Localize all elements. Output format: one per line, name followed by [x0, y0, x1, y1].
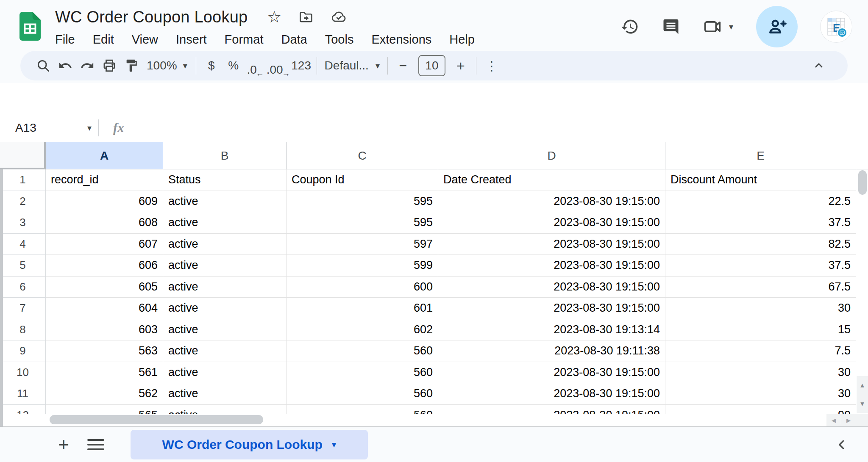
font-size-input[interactable]: 10: [418, 55, 445, 76]
cell-date-created[interactable]: 2023-08-30 19:15:00: [438, 255, 665, 277]
cell-record-id[interactable]: 607: [46, 234, 163, 255]
cell-date-created[interactable]: 2023-08-30 19:15:00: [438, 383, 665, 405]
cell-field-coupon-id[interactable]: Coupon Id: [287, 169, 438, 191]
zoom-select[interactable]: 100% ▾: [142, 55, 192, 77]
font-family-select[interactable]: Defaul... ▾: [321, 55, 383, 77]
row-number[interactable]: 3: [0, 212, 46, 234]
cell-record-id[interactable]: 604: [46, 298, 163, 319]
row-number[interactable]: 6: [0, 277, 46, 298]
cell-status[interactable]: active: [163, 255, 287, 277]
cell-discount[interactable]: 82.5: [665, 234, 856, 255]
print-icon[interactable]: [98, 55, 120, 77]
cell-record-id[interactable]: 606: [46, 255, 163, 277]
menu-help[interactable]: Help: [449, 33, 475, 47]
cell-status[interactable]: active: [163, 319, 287, 341]
row-number[interactable]: 5: [0, 255, 46, 277]
hide-menus-button[interactable]: [808, 55, 830, 77]
increase-decimal-button[interactable]: .00 →: [267, 55, 290, 77]
cell-date-created[interactable]: 2023-08-30 19:13:14: [438, 319, 665, 341]
decrease-font-size-button[interactable]: −: [392, 55, 414, 77]
scroll-up-icon[interactable]: ▴: [860, 381, 864, 390]
row-number[interactable]: 1: [0, 169, 46, 191]
cell-date-created[interactable]: 2023-08-30 19:15:00: [438, 362, 665, 384]
cell-discount[interactable]: 15: [665, 319, 856, 341]
cell-date-created[interactable]: 2023-08-30 19:15:00: [438, 212, 665, 234]
cell-status[interactable]: active: [163, 298, 287, 319]
star-icon[interactable]: ☆: [267, 9, 281, 25]
cell-coupon-id[interactable]: 602: [287, 319, 438, 341]
cell-coupon-id[interactable]: 560: [287, 362, 438, 384]
format-percent-button[interactable]: %: [223, 55, 245, 77]
cell-coupon-id[interactable]: 600: [287, 277, 438, 298]
cell-discount[interactable]: 30: [665, 362, 856, 384]
menu-format[interactable]: Format: [225, 33, 264, 47]
name-box[interactable]: A13 ▾: [0, 121, 98, 135]
cell-status[interactable]: active: [163, 234, 287, 255]
cell-status[interactable]: active: [163, 212, 287, 234]
menu-view[interactable]: View: [132, 33, 158, 47]
move-folder-icon[interactable]: [298, 9, 314, 25]
cell-coupon-id[interactable]: 560: [287, 340, 438, 362]
add-sheet-button[interactable]: +: [54, 435, 73, 454]
cell-date-created[interactable]: 2023-08-30 19:11:38: [438, 340, 665, 362]
cell-status[interactable]: active: [163, 383, 287, 405]
cell-record-id[interactable]: 608: [46, 212, 163, 234]
column-header-e[interactable]: E: [665, 142, 856, 169]
row-number[interactable]: 7: [0, 298, 46, 319]
sheet-tab-active[interactable]: WC Order Coupon Lookup ▾: [131, 430, 368, 459]
decrease-decimal-button[interactable]: .0 ←: [245, 55, 267, 77]
row-number[interactable]: 11: [0, 383, 46, 405]
cell-field-record-id[interactable]: record_id: [46, 169, 163, 191]
version-history-icon[interactable]: [620, 17, 639, 36]
cell-coupon-id[interactable]: 595: [287, 191, 438, 213]
row-number[interactable]: 2: [0, 191, 46, 213]
more-toolbar-options-button[interactable]: ⋮: [481, 55, 503, 77]
cell-date-created[interactable]: 2023-08-30 19:15:00: [438, 191, 665, 213]
redo-icon[interactable]: [76, 55, 98, 77]
row-number[interactable]: 9: [0, 340, 46, 362]
cell-field-date-created[interactable]: Date Created: [438, 169, 665, 191]
cloud-status-icon[interactable]: [331, 9, 347, 25]
vertical-scrollbar-thumb[interactable]: [858, 170, 867, 195]
cell-status[interactable]: active: [163, 191, 287, 213]
column-header-a[interactable]: A: [46, 142, 163, 169]
meet-dropdown-icon[interactable]: ▾: [729, 22, 733, 31]
account-avatar[interactable]: E: [821, 11, 852, 42]
menu-tools[interactable]: Tools: [325, 33, 354, 47]
cell-status[interactable]: active: [163, 362, 287, 384]
menu-extensions[interactable]: Extensions: [371, 33, 431, 47]
cell-status[interactable]: active: [163, 340, 287, 362]
cell-field-status[interactable]: Status: [163, 169, 287, 191]
select-all-corner[interactable]: [0, 142, 46, 169]
cell-record-id[interactable]: 609: [46, 191, 163, 213]
cell-date-created[interactable]: 2023-08-30 19:15:00: [438, 298, 665, 319]
column-header-b[interactable]: B: [163, 142, 287, 169]
cell-coupon-id[interactable]: 597: [287, 234, 438, 255]
paint-format-icon[interactable]: [120, 55, 142, 77]
cell-record-id[interactable]: 605: [46, 277, 163, 298]
row-number[interactable]: 4: [0, 234, 46, 255]
menu-insert[interactable]: Insert: [176, 33, 207, 47]
cell-record-id[interactable]: 562: [46, 383, 163, 405]
format-currency-button[interactable]: $: [200, 55, 223, 77]
cell-date-created[interactable]: 2023-08-30 19:15:00: [438, 277, 665, 298]
cell-coupon-id[interactable]: 601: [287, 298, 438, 319]
share-button[interactable]: [756, 6, 798, 47]
column-header-c[interactable]: C: [287, 142, 438, 169]
cell-field-discount-amount[interactable]: Discount Amount: [665, 169, 856, 191]
scroll-left-icon[interactable]: ◂: [826, 415, 841, 425]
cell-record-id[interactable]: 603: [46, 319, 163, 341]
cell-discount[interactable]: 30: [665, 383, 856, 405]
comments-icon[interactable]: [662, 18, 680, 36]
collapse-panel-button[interactable]: [836, 438, 849, 451]
cell-status[interactable]: active: [163, 277, 287, 298]
cell-coupon-id[interactable]: 595: [287, 212, 438, 234]
cell-discount[interactable]: 7.5: [665, 340, 856, 362]
row-number[interactable]: 10: [0, 362, 46, 384]
cell-discount[interactable]: 30: [665, 298, 856, 319]
cell-discount[interactable]: 22.5: [665, 191, 856, 213]
column-header-d[interactable]: D: [438, 142, 665, 169]
menu-file[interactable]: File: [55, 33, 75, 47]
cell-discount[interactable]: 37.5: [665, 212, 856, 234]
row-number[interactable]: 8: [0, 319, 46, 341]
